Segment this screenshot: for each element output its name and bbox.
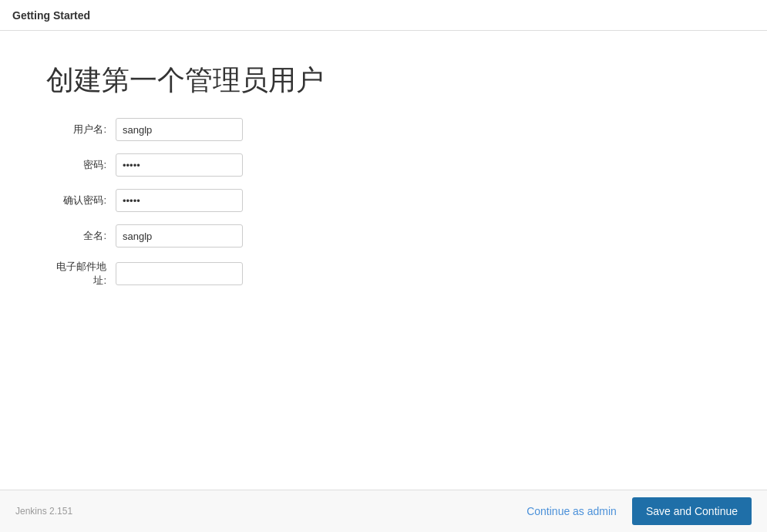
confirm-password-group: 确认密码:: [46, 189, 721, 212]
confirm-password-input[interactable]: [116, 189, 243, 212]
header-title: Getting Started: [12, 9, 90, 22]
password-label: 密码:: [46, 158, 116, 172]
email-label: 电子邮件地址:: [46, 260, 116, 288]
app-footer: Jenkins 2.151 Continue as admin Save and…: [0, 490, 767, 532]
fullname-group: 全名:: [46, 224, 721, 247]
fullname-input[interactable]: [116, 224, 243, 247]
username-label: 用户名:: [46, 123, 116, 136]
confirm-password-label: 确认密码:: [46, 194, 116, 207]
app-header: Getting Started: [0, 0, 767, 31]
username-input[interactable]: [116, 118, 243, 141]
fullname-label: 全名:: [46, 229, 116, 243]
password-input[interactable]: [116, 153, 243, 177]
main-content: 创建第一个管理员用户 用户名: 密码: 确认密码: 全名: 电子邮件地址:: [0, 31, 767, 490]
email-input[interactable]: [116, 262, 243, 285]
footer-actions: Continue as admin Save and Continue: [526, 497, 752, 525]
save-and-continue-button[interactable]: Save and Continue: [632, 497, 752, 525]
username-group: 用户名:: [46, 118, 721, 141]
continue-as-admin-button[interactable]: Continue as admin: [526, 505, 617, 517]
email-group: 电子邮件地址:: [46, 260, 721, 288]
password-group: 密码:: [46, 153, 721, 177]
version-label: Jenkins 2.151: [15, 506, 72, 517]
page-title: 创建第一个管理员用户: [46, 62, 721, 99]
